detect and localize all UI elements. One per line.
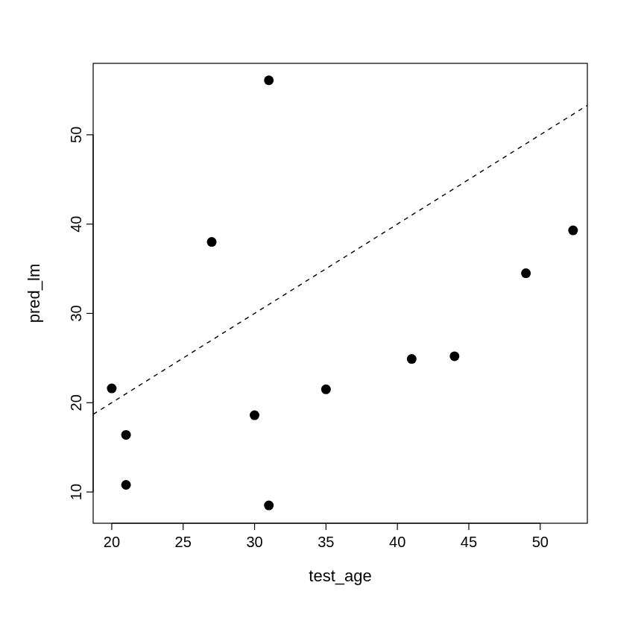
x-tick-label: 50 (532, 534, 549, 550)
y-axis: 1020304050 (68, 127, 93, 500)
x-tick-label: 25 (175, 534, 192, 550)
y-axis-label: pred_lm (25, 264, 43, 323)
x-axis-label: test_age (309, 566, 371, 585)
data-point (121, 430, 131, 440)
x-tick-label: 20 (104, 534, 120, 550)
data-point (264, 75, 274, 85)
x-tick-label: 40 (389, 534, 405, 550)
identity-line (93, 105, 587, 414)
plot-border (93, 63, 587, 523)
chart-container: 20253035404550 1020304050 test_age pred_… (0, 0, 644, 644)
data-point (264, 501, 274, 511)
x-axis: 20253035404550 (104, 523, 549, 550)
scatter-plot: 20253035404550 1020304050 test_age pred_… (0, 0, 644, 644)
data-points (107, 75, 578, 510)
data-point (250, 411, 259, 420)
data-point (107, 384, 116, 394)
x-tick-label: 30 (246, 534, 262, 550)
y-tick-label: 40 (68, 216, 84, 233)
x-tick-label: 45 (461, 534, 477, 550)
data-point (207, 237, 217, 247)
y-tick-label: 50 (68, 127, 84, 143)
y-tick-label: 10 (68, 484, 84, 500)
data-point (407, 354, 417, 364)
data-point (321, 385, 331, 394)
x-tick-label: 35 (318, 534, 334, 550)
y-tick-label: 20 (68, 394, 84, 411)
data-point (568, 226, 578, 236)
y-tick-label: 30 (68, 305, 84, 321)
data-point (449, 351, 459, 361)
data-point (121, 480, 131, 490)
data-point (521, 268, 531, 278)
